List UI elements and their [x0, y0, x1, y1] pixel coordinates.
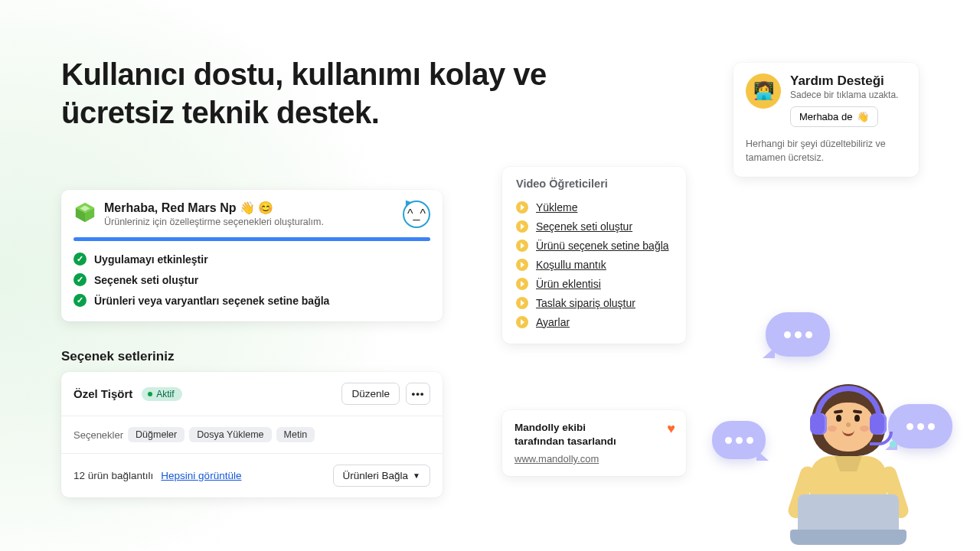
- play-icon: [516, 240, 528, 252]
- welcome-text-block: Merhaba, Red Mars Np 👋 😊 Ürünleriniz içi…: [104, 201, 324, 227]
- wave-emoji-icon: 👋: [857, 111, 869, 122]
- welcome-greeting-line: Merhaba, Red Mars Np 👋 😊: [104, 201, 324, 215]
- designed-by-link[interactable]: www.mandolly.com: [514, 453, 599, 465]
- ellipsis-icon: •••: [411, 388, 424, 399]
- help-subtitle: Sadece bir tıklama uzakta.: [790, 90, 898, 100]
- designed-by-text: Mandolly ekibi tarafından tasarlandı: [514, 421, 637, 448]
- video-tutorial-link[interactable]: Taslak sipariş oluştur: [536, 297, 635, 309]
- onboarding-checklist: ✓ Uygulamayı etkinleştir ✓ Seçenek seti …: [61, 249, 443, 311]
- video-tutorial-item: Yükleme: [516, 197, 672, 217]
- video-tutorial-item: Ayarlar: [516, 312, 672, 331]
- play-icon: [516, 220, 528, 233]
- linked-products-count: 12 ürün bağlantılı: [74, 470, 153, 481]
- chat-bubble-icon: [766, 312, 830, 357]
- option-type-chip: Metin: [276, 427, 315, 442]
- chat-bubble-icon: [888, 404, 952, 448]
- checklist-item-label: Uygulamayı etkinleştir: [94, 254, 208, 265]
- video-tutorial-item: Ürün eklentisi: [516, 274, 672, 293]
- designed-by-card: Mandolly ekibi tarafından tasarlandı www…: [502, 410, 686, 476]
- caret-down-icon: ▼: [413, 471, 420, 480]
- option-set-header-row: Özel Tişört Aktif Düzenle •••: [61, 372, 443, 416]
- view-all-link[interactable]: Hepsini görüntüle: [161, 470, 241, 481]
- page-title: Kullanıcı dostu, kullanımı kolay ve ücre…: [61, 55, 559, 132]
- video-tutorial-link[interactable]: Seçenek seti oluştur: [536, 220, 632, 233]
- mascot-face-icon: ^_^: [407, 207, 426, 221]
- welcome-header: Merhaba, Red Mars Np 👋 😊 Ürünleriniz içi…: [61, 190, 443, 234]
- option-set-linked-row: 12 ürün bağlantılı Hepsini görüntüle Ürü…: [61, 454, 443, 497]
- welcome-card: Merhaba, Red Mars Np 👋 😊 Ürünleriniz içi…: [61, 190, 443, 321]
- video-tutorials-card: Video Öğreticileri Yükleme Seçenek seti …: [502, 167, 686, 344]
- check-circle-icon: ✓: [74, 273, 87, 286]
- welcome-greeting: Merhaba, Red Mars Np: [104, 201, 236, 214]
- video-tutorial-item: Seçenek seti oluştur: [516, 217, 672, 236]
- option-type-chip: Düğmeler: [128, 427, 185, 442]
- checklist-item: ✓ Seçenek seti oluştur: [74, 269, 430, 290]
- say-hello-button[interactable]: Merhaba de 👋: [790, 106, 878, 127]
- checklist-item: ✓ Ürünleri veya varyantları seçenek seti…: [74, 290, 430, 311]
- option-type-chip: Dosya Yükleme: [189, 427, 271, 442]
- help-description: Herhangi bir şeyi düzeltebiliriz ve tama…: [746, 138, 906, 165]
- wave-emoji-icon: 👋 😊: [240, 201, 273, 214]
- check-circle-icon: ✓: [74, 294, 87, 307]
- video-tutorial-item: Taslak sipariş oluştur: [516, 293, 672, 312]
- play-icon: [516, 201, 528, 214]
- options-row-label: Seçenekler: [74, 429, 123, 441]
- welcome-subtitle: Ürünleriniz için özelleştirme seçenekler…: [104, 217, 324, 227]
- checklist-item: ✓ Uygulamayı etkinleştir: [74, 249, 430, 269]
- check-circle-icon: ✓: [74, 253, 87, 266]
- video-tutorial-link[interactable]: Koşullu mantık: [536, 259, 606, 271]
- checklist-item-label: Seçenek seti oluştur: [94, 275, 198, 285]
- video-tutorial-link[interactable]: Ayarlar: [536, 316, 570, 328]
- option-set-card: Özel Tişört Aktif Düzenle ••• Seçenekler…: [61, 372, 443, 497]
- help-text-block: Yardım Desteği Sadece bir tıklama uzakta…: [790, 73, 898, 127]
- option-sets-section-title: Seçenek setleriniz: [61, 349, 174, 364]
- link-products-button-label: Ürünleri Bağla: [343, 470, 409, 481]
- heart-icon: ♥: [667, 421, 675, 437]
- checklist-item-label: Ürünleri veya varyantları seçenek setine…: [94, 295, 329, 306]
- help-support-card: 👩‍💻 Yardım Desteği Sadece bir tıklama uz…: [733, 63, 919, 177]
- onboarding-progress-bar: [74, 237, 430, 241]
- play-icon: [516, 316, 528, 328]
- video-tutorial-item: Koşullu mantık: [516, 255, 672, 274]
- help-title: Yardım Desteği: [790, 73, 898, 89]
- app-box-icon: [74, 201, 96, 223]
- video-tutorial-item: Ürünü seçenek setine bağla: [516, 236, 672, 255]
- video-tutorial-link[interactable]: Ürün eklentisi: [536, 278, 601, 290]
- status-badge: Aktif: [142, 387, 181, 401]
- play-icon: [516, 259, 528, 271]
- edit-button[interactable]: Düzenle: [341, 383, 400, 405]
- play-icon: [516, 278, 528, 290]
- support-avatar-icon: 👩‍💻: [746, 73, 781, 109]
- say-hello-button-label: Merhaba de: [799, 111, 852, 122]
- option-set-name: Özel Tişört: [74, 387, 132, 400]
- help-header: 👩‍💻 Yardım Desteği Sadece bir tıklama uz…: [746, 73, 906, 127]
- video-tutorial-link[interactable]: Ürünü seçenek setine bağla: [536, 240, 669, 252]
- video-tutorials-title: Video Öğreticileri: [516, 178, 672, 190]
- more-actions-button[interactable]: •••: [406, 383, 430, 405]
- play-icon: [516, 297, 528, 309]
- support-agent-illustration: [704, 306, 972, 551]
- support-avatar-emoji-icon: 👩‍💻: [753, 81, 774, 101]
- mascot-avatar-icon: ^_^: [403, 201, 430, 228]
- option-set-options-row: Seçenekler Düğmeler Dosya Yükleme Metin: [61, 416, 443, 454]
- chat-bubble-icon: [712, 421, 766, 459]
- video-tutorial-link[interactable]: Yükleme: [536, 201, 577, 214]
- link-products-button[interactable]: Ürünleri Bağla ▼: [333, 465, 430, 487]
- agent-figure-icon: [775, 372, 920, 551]
